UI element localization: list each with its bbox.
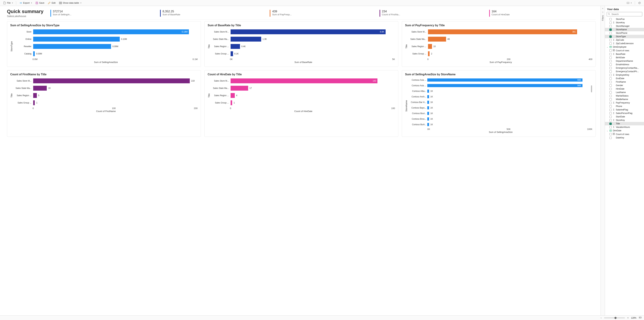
bar-rect[interactable] (230, 44, 240, 49)
field-checkbox[interactable] (610, 18, 612, 20)
field-item[interactable]: ✓ StoreType (605, 35, 644, 38)
expand-icon[interactable]: « (602, 7, 603, 10)
field-checkbox[interactable] (610, 116, 612, 118)
bar-rect[interactable] (428, 37, 446, 42)
field-item[interactable]: ✓ Title (605, 122, 644, 125)
bar-rect[interactable] (33, 100, 35, 105)
bar-rect[interactable] (427, 123, 429, 126)
field-checkbox[interactable]: ✓ (610, 123, 612, 125)
field-checkbox[interactable] (610, 102, 612, 104)
filters-rail[interactable]: « ⁝⁝ Filters (600, 6, 605, 315)
field-item[interactable]: Σ EmployeeKey (605, 73, 644, 77)
chart-scrollbar[interactable] (591, 85, 592, 92)
kpi-card[interactable]: 439 Sum of PayFrequ... (270, 10, 376, 17)
view-mode-menu[interactable]: ▾ (625, 1, 633, 5)
bar-rect[interactable] (230, 51, 233, 56)
field-item[interactable]: StoreManager (605, 24, 644, 28)
refresh-button[interactable] (637, 1, 642, 5)
table-node[interactable]: ⌄ DimEmployee (605, 45, 644, 49)
chevron-down-icon[interactable]: ⌄ (607, 46, 608, 48)
field-item[interactable]: Σ StoreKey (605, 118, 644, 122)
field-item[interactable]: DepartmentName (605, 59, 644, 63)
zoom-in-button[interactable]: + (627, 317, 628, 319)
field-item[interactable]: DateKey (605, 136, 644, 139)
field-item[interactable]: MiddleName (605, 98, 644, 101)
chevron-down-icon[interactable]: ⌄ (607, 130, 608, 132)
field-item[interactable]: EmergencyContactPh... (605, 70, 644, 73)
bar-rect[interactable] (428, 44, 432, 49)
bar-rect[interactable]: 0.18M (33, 29, 189, 34)
kpi-card[interactable]: 164 Count of HireDate (489, 10, 596, 17)
bar-rect[interactable]: 94K (427, 78, 582, 82)
chart-card[interactable]: Sum of BaseRate by Title Title Sales Sto… (204, 21, 398, 67)
field-checkbox[interactable]: ✓ (610, 29, 612, 31)
field-checkbox[interactable] (610, 119, 612, 121)
field-item[interactable]: StoreFax (605, 18, 644, 21)
field-item[interactable]: BirthDate (605, 56, 644, 59)
field-checkbox[interactable] (610, 49, 612, 52)
field-item[interactable]: Σ ZipCode (605, 38, 644, 42)
show-data-table-menu[interactable]: Show data table ▾ (58, 1, 83, 5)
bar-rect[interactable] (427, 112, 429, 115)
field-item[interactable]: Gender (605, 84, 644, 87)
chart-card[interactable]: Sum of SellingAreaSize by StoreType Stor… (7, 21, 201, 67)
field-item[interactable]: Σ BaseRate (605, 52, 644, 56)
bar-rect[interactable]: 94K (427, 84, 582, 87)
field-checkbox[interactable] (610, 77, 612, 80)
field-item[interactable]: Σ StoreKey (605, 21, 644, 24)
field-item[interactable]: FirstName (605, 80, 644, 84)
field-checkbox[interactable] (610, 81, 612, 83)
field-item[interactable]: ✓ StoreName (605, 28, 644, 31)
field-checkbox[interactable] (610, 64, 612, 66)
field-item[interactable]: HireDate (605, 87, 644, 91)
bar-rect[interactable] (33, 44, 111, 49)
field-item[interactable]: Phone (605, 105, 644, 108)
bar-rect[interactable] (33, 86, 47, 91)
kpi-card[interactable]: 8,352.25 Sum of BaseRate (160, 10, 266, 17)
bar-rect[interactable] (33, 93, 37, 98)
bar-rect[interactable] (230, 37, 261, 42)
field-checkbox[interactable] (610, 57, 612, 59)
field-checkbox[interactable] (610, 25, 612, 27)
field-checkbox[interactable] (610, 95, 612, 97)
bar-rect[interactable] (428, 51, 430, 56)
bar-rect[interactable] (33, 51, 35, 56)
field-checkbox[interactable] (610, 39, 612, 41)
field-checkbox[interactable] (610, 133, 612, 135)
field-checkbox[interactable] (610, 60, 612, 62)
signal-icon[interactable]: ⁝⁝ (602, 11, 604, 14)
field-item[interactable]: StorePhone (605, 31, 644, 35)
edit-button[interactable]: Edit (46, 1, 57, 5)
field-item[interactable]: LastName (605, 91, 644, 94)
bar-rect[interactable]: 381 (428, 29, 577, 34)
bar-rect[interactable] (33, 78, 190, 83)
bar-rect[interactable] (427, 106, 429, 109)
field-item[interactable]: Σ VacationHours (605, 125, 644, 129)
bar-rect[interactable] (33, 37, 120, 42)
field-checkbox[interactable] (610, 137, 612, 139)
field-item[interactable]: Σ SalesPersonFlag (605, 112, 644, 115)
field-checkbox[interactable] (610, 98, 612, 101)
zoom-slider[interactable] (604, 317, 625, 318)
field-item[interactable]: EndDate (605, 77, 644, 80)
field-checkbox[interactable] (610, 109, 612, 111)
bar-rect[interactable] (427, 95, 429, 98)
zoom-out-button[interactable]: − (600, 317, 602, 319)
field-checkbox[interactable] (610, 91, 612, 94)
field-item[interactable]: EmailAddress (605, 63, 644, 66)
field-checkbox[interactable] (610, 22, 612, 24)
field-item[interactable]: Σ SalariedFlag (605, 108, 644, 112)
field-checkbox[interactable] (610, 71, 612, 73)
bar-rect[interactable]: 143 (230, 78, 378, 83)
search-field[interactable] (607, 12, 642, 16)
bar-rect[interactable]: 6.6K (230, 29, 386, 34)
export-menu[interactable]: Export ▾ (18, 1, 33, 5)
fields-list[interactable]: StoreFax Σ StoreKey StoreManager✓ StoreN… (605, 18, 644, 315)
field-item[interactable]: Σ ZipCodeExtension (605, 42, 644, 45)
field-item[interactable]: StartDate (605, 115, 644, 118)
field-checkbox[interactable] (610, 112, 612, 114)
field-checkbox[interactable] (610, 126, 612, 128)
table-node[interactable]: ⌄ DimDate (605, 129, 644, 132)
chart-card[interactable]: Sum of PayFrequency by Title Title Sales… (402, 21, 596, 67)
field-item[interactable]: MaritalStatus (605, 94, 644, 98)
